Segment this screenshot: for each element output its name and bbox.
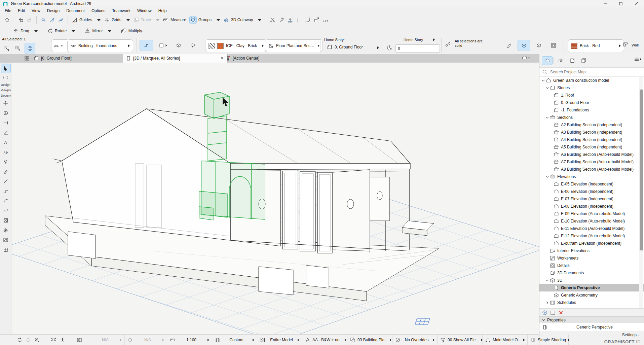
tree-item[interactable]: Green Barn construction model [539,77,644,84]
fillet-button[interactable] [303,16,312,24]
tool-fill[interactable] [1,167,10,176]
geometry-polygon-button[interactable] [172,40,185,51]
home-story-combo[interactable]: 0. Ground Floor [327,44,363,50]
tree-item[interactable]: Details [539,262,644,269]
tree-item[interactable]: E-06 Elevation (Independent) [539,188,644,195]
navigator-menu-button[interactable] [634,57,642,62]
tree-item[interactable]: E-10 Elevation (Auto-rebuild Model) [539,217,644,225]
geometry-lasso-button[interactable] [186,40,199,51]
zoom-in-button[interactable] [34,337,40,343]
menu-options[interactable]: Options [88,8,109,14]
tree-item[interactable]: E-09 Elevation (Auto-rebuild Model) [539,210,644,217]
chevron-open-icon[interactable] [545,278,550,283]
cutaway-dropdown[interactable] [258,19,262,21]
tool-arrow[interactable] [1,64,10,73]
menu-help[interactable]: Help [155,8,170,14]
marquee-preset-button[interactable] [13,43,23,54]
minimize-button[interactable] [598,0,613,7]
chevron-open-icon[interactable] [545,115,550,120]
scrollbar-thumb[interactable] [640,90,643,250]
tree-item[interactable]: Elevations [539,173,644,180]
statusbar-dropdown-4[interactable]: Entire Model [257,335,302,345]
offset-value-input[interactable] [395,44,440,53]
tool-move[interactable] [1,98,10,108]
rotate-dropdown[interactable] [71,30,75,32]
view-tab-2[interactable]: [Action Center] [223,54,294,63]
menu-edit[interactable]: Edit [14,8,28,14]
tool-pin[interactable] [1,157,10,167]
view-tab-0[interactable]: [0. Ground Floor] [31,54,128,63]
trace-button[interactable]: Trace [132,16,161,24]
mirror-dropdown[interactable] [108,30,112,32]
fit-in-window-button[interactable] [77,337,82,343]
stretch-button[interactable] [321,16,330,24]
toolbox-group-document[interactable]: Document [0,93,11,98]
toolbox-group-design[interactable]: Design [0,82,11,88]
project-map-search[interactable] [539,67,644,76]
groups-button[interactable]: Groups [188,15,222,24]
tree-item[interactable]: 1. Roof [539,92,644,99]
guides-button[interactable]: Guides [70,16,103,24]
previous-zoom-button[interactable] [17,337,22,343]
frame-button[interactable] [547,40,560,51]
tool-angle[interactable] [1,128,10,137]
chevron-open-icon[interactable] [545,86,550,90]
properties-item[interactable]: Generic Perspective [539,323,644,331]
tree-item[interactable]: 3D [539,277,644,284]
tree-item[interactable]: A8 Building Section (Auto-rebuild Model) [539,166,644,173]
cutaway-button[interactable]: 3D Cutaway [222,16,263,24]
tree-item[interactable]: E-08 Elevation (Independent) [539,203,644,210]
search-input[interactable] [550,69,642,75]
drag-button[interactable]: Drag [11,27,40,35]
tree-item[interactable]: E-07 Elevation (Independent) [539,195,644,203]
tree-item[interactable]: E-05 Elevation (Independent) [539,180,644,188]
delete-button[interactable] [558,310,564,315]
project-map-tab[interactable] [542,57,552,65]
tree-item[interactable]: A2 Building Section (Independent) [539,121,644,129]
tree-item[interactable]: Sections [539,114,644,121]
tree-item[interactable]: E-outram Elevation (Independent) [539,240,644,247]
tree-item[interactable]: E-12 Elevation (Auto-rebuild Model) [539,232,644,240]
tool-label[interactable]: A1 [1,147,10,157]
tool-compass[interactable] [1,108,10,118]
cloud-status-button[interactable]: ▾ [522,55,530,61]
add-viewpoint-button[interactable] [542,310,547,315]
default-settings-button[interactable]: ▾ [51,39,69,52]
tool-spline[interactable] [1,206,10,215]
geometry-simple-button[interactable] [140,40,153,51]
maximize-button[interactable] [613,0,629,7]
groups-dropdown[interactable] [216,19,220,21]
drag-dropdown[interactable] [34,30,38,32]
menu-window[interactable]: Window [134,8,155,14]
tool-marquee[interactable] [1,73,10,82]
quick-layout-icon[interactable] [24,56,30,61]
arrow-tool-preset-button[interactable] [1,43,11,54]
display-mode-combo[interactable]: Floor Plan and Section... [265,39,323,52]
trace-dropdown[interactable] [156,19,160,21]
statusbar-dropdown-10[interactable]: Simple Shading [528,335,569,345]
inject-parameters-button[interactable] [56,16,65,24]
trim-button[interactable] [286,16,295,24]
chevron-open-icon[interactable] [541,78,546,83]
menu-teamwork[interactable]: Teamwork [109,8,134,14]
find-select-button[interactable] [39,16,48,24]
tool-star[interactable] [1,225,10,235]
chevron-closed-icon[interactable] [545,301,550,305]
pen-button[interactable] [503,40,515,51]
list-view-button[interactable] [550,310,556,315]
intersect-button[interactable] [295,16,303,24]
cutplane-button[interactable] [518,40,530,51]
next-zoom-button[interactable] [26,337,31,343]
publisher-tab[interactable] [579,57,589,65]
close-button[interactable] [629,0,644,7]
statusbar-dropdown-5[interactable]: AA - B&W + no... [302,335,347,345]
tree-item[interactable]: Stories [539,84,644,92]
adjust-button[interactable] [277,16,286,24]
tree-item[interactable]: Schedules [539,299,644,306]
menu-view[interactable]: View [28,8,44,14]
split-button[interactable] [268,16,277,24]
statusbar-dropdown-3[interactable]: Custom [212,335,257,345]
tree-item[interactable]: A7 Building Section (Auto-rebuild Model) [539,158,644,166]
statusbar-dropdown-7[interactable]: No Overrides [392,335,438,345]
statusbar-dropdown-0[interactable]: N/A [88,335,125,345]
